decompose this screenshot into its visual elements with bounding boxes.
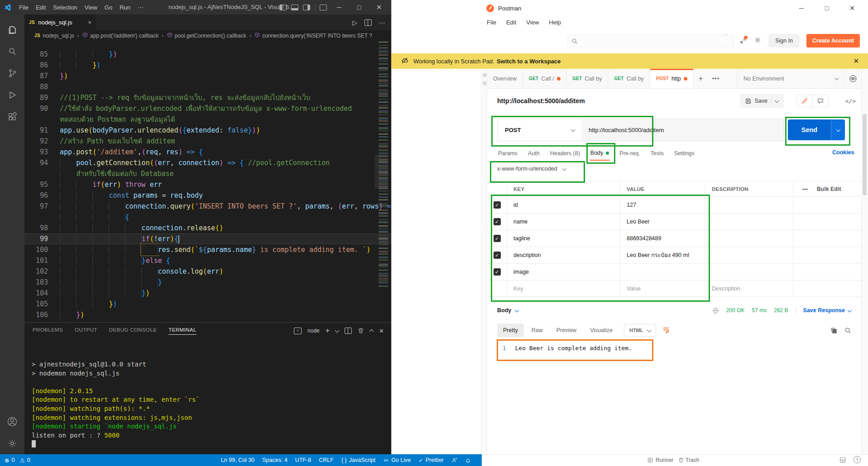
- request-tab-http[interactable]: POSThttp: [650, 69, 694, 88]
- kill-terminal-icon[interactable]: [358, 328, 364, 334]
- split-editor-icon[interactable]: [364, 19, 372, 26]
- response-status[interactable]: 200 OK: [726, 307, 745, 314]
- edit-pencil-icon[interactable]: [797, 95, 813, 107]
- vscode-maximize-button[interactable]: □: [351, 4, 367, 11]
- row-description[interactable]: [705, 247, 793, 263]
- code-editor[interactable]: 85 })86 })87})8889//(1)POST --> req รับข…: [24, 41, 391, 322]
- tab-options-icon[interactable]: •••: [708, 69, 724, 88]
- panel-grid-icon[interactable]: [839, 457, 846, 465]
- errors-icon[interactable]: ⊗: [5, 457, 9, 464]
- column-options-icon[interactable]: •••: [793, 181, 810, 196]
- cookies-link[interactable]: Cookies: [832, 149, 854, 156]
- minimap[interactable]: [379, 42, 388, 288]
- tab-debug-console[interactable]: DEBUG CONSOLE: [109, 327, 157, 334]
- postman-maximize-button[interactable]: □: [821, 5, 833, 12]
- row-checkbox[interactable]: ✓: [487, 214, 507, 230]
- tab-terminal[interactable]: TERMINAL: [168, 327, 196, 335]
- indentation[interactable]: Spaces: 4: [262, 457, 288, 463]
- row-description[interactable]: [705, 214, 793, 230]
- go-live-button[interactable]: Go Live: [383, 457, 411, 463]
- request-tab-call-by[interactable]: GETCall by: [608, 69, 650, 88]
- description-placeholder[interactable]: Description: [705, 281, 793, 296]
- menu-item-go[interactable]: Go: [101, 3, 116, 12]
- response-tab-raw[interactable]: Raw: [526, 323, 549, 337]
- row-description[interactable]: [705, 197, 793, 213]
- menu-item-view[interactable]: View: [522, 18, 543, 27]
- breadcrumb-item[interactable]: connection.query('INSERT INTO beers SET …: [262, 33, 372, 39]
- row-key[interactable]: image: [507, 264, 620, 280]
- split-terminal-icon[interactable]: [345, 328, 352, 334]
- help-icon[interactable]: ?: [854, 456, 861, 463]
- response-tab-preview[interactable]: Preview: [551, 323, 582, 337]
- terminal-dropdown-icon[interactable]: [335, 328, 340, 333]
- save-button[interactable]: Save: [740, 94, 784, 108]
- language-mode[interactable]: { }JavaScript: [341, 457, 375, 463]
- response-tab-pretty[interactable]: Pretty: [497, 323, 524, 337]
- banner-close-icon[interactable]: ✕: [853, 57, 868, 65]
- save-dropdown-icon[interactable]: [775, 98, 779, 103]
- breadcrumb[interactable]: JSnodejs_sql.js›app.post('/additem') cal…: [24, 30, 391, 41]
- method-selector[interactable]: POST: [498, 119, 582, 141]
- req-tab-pre-req-[interactable]: Pre-req.: [619, 147, 641, 160]
- feedback-icon[interactable]: [451, 457, 457, 463]
- warnings-icon[interactable]: ⚠: [19, 457, 24, 464]
- run-file-icon[interactable]: ▷: [352, 19, 357, 26]
- row-description[interactable]: [705, 264, 793, 280]
- req-tab-auth[interactable]: Auth: [527, 147, 541, 160]
- postman-sidebar-rail[interactable]: [481, 69, 487, 454]
- toggle-sidebar-icon[interactable]: [279, 5, 287, 10]
- comment-icon[interactable]: [813, 95, 828, 107]
- row-description[interactable]: [705, 230, 793, 247]
- send-dropdown-icon[interactable]: [831, 119, 845, 140]
- vscode-minimize-button[interactable]: ─: [331, 4, 347, 11]
- trash-button[interactable]: Trash: [678, 457, 699, 463]
- postman-close-button[interactable]: ✕: [846, 5, 858, 12]
- search-icon[interactable]: [0, 41, 24, 62]
- banner-workspace-link[interactable]: Switch to a Workspace: [497, 58, 561, 65]
- eol-sequence[interactable]: CRLF: [319, 457, 334, 463]
- account-icon[interactable]: [0, 411, 24, 433]
- terminal-output[interactable]: > ajnestnodejs_sql@1.0.0 start> nodemon …: [32, 360, 200, 449]
- row-value[interactable]: Leo Beer กระป๋อง 490 ml: [620, 247, 705, 263]
- row-checkbox[interactable]: ✓: [487, 197, 507, 213]
- tab-nodejs-sql[interactable]: JS nodejs_sql.js ×: [24, 14, 96, 30]
- req-tab-headers-8-[interactable]: Headers (8): [549, 147, 581, 160]
- encoding[interactable]: UTF-8: [295, 457, 311, 463]
- new-tab-button[interactable]: +: [694, 69, 708, 88]
- request-tab-overview[interactable]: Overview: [487, 69, 523, 88]
- request-tab-call-by[interactable]: GETCall by: [566, 69, 608, 88]
- postman-minimize-button[interactable]: ─: [796, 5, 807, 12]
- row-value[interactable]: 88693428489: [620, 230, 705, 247]
- row-value[interactable]: [620, 264, 705, 280]
- breadcrumb-item[interactable]: app.post('/additem') callback: [90, 33, 158, 39]
- explorer-icon[interactable]: [0, 19, 24, 41]
- menu-item-file[interactable]: File: [483, 18, 500, 27]
- sign-in-button[interactable]: Sign In: [768, 34, 800, 48]
- rail-icon[interactable]: [483, 81, 486, 85]
- search-response-icon[interactable]: [844, 327, 851, 334]
- rail-icon[interactable]: [483, 73, 486, 77]
- menu-item-edit[interactable]: Edit: [502, 18, 520, 27]
- toggle-panel-icon[interactable]: [291, 5, 298, 10]
- menu-item-selection[interactable]: Selection: [49, 3, 81, 12]
- notifications-bell-icon[interactable]: [465, 457, 471, 463]
- row-checkbox[interactable]: ✓: [487, 230, 507, 247]
- response-body-dropdown[interactable]: Body: [497, 307, 518, 314]
- req-tab-params[interactable]: Params: [497, 147, 518, 160]
- send-button[interactable]: Send: [788, 119, 845, 140]
- value-placeholder[interactable]: Value: [620, 281, 705, 296]
- runner-button[interactable]: Runner: [647, 457, 673, 463]
- breadcrumb-item[interactable]: nodejs_sql.js: [43, 33, 74, 39]
- row-value[interactable]: Leo Beer: [620, 214, 705, 230]
- menu-item-file[interactable]: File: [15, 3, 32, 12]
- tab-problems[interactable]: PROBLEMS: [33, 327, 63, 334]
- menu-item-⋯[interactable]: ⋯: [134, 3, 147, 12]
- maximize-panel-icon[interactable]: [369, 329, 374, 333]
- copy-icon[interactable]: [830, 327, 837, 334]
- body-type-selector[interactable]: x-www-form-urlencoded: [497, 166, 566, 172]
- req-tab-tests[interactable]: Tests: [649, 147, 664, 160]
- wrap-lines-icon[interactable]: [662, 326, 670, 335]
- tab-close-icon[interactable]: ×: [88, 19, 91, 26]
- menu-item-help[interactable]: Help: [545, 18, 565, 27]
- menu-item-view[interactable]: View: [81, 3, 101, 12]
